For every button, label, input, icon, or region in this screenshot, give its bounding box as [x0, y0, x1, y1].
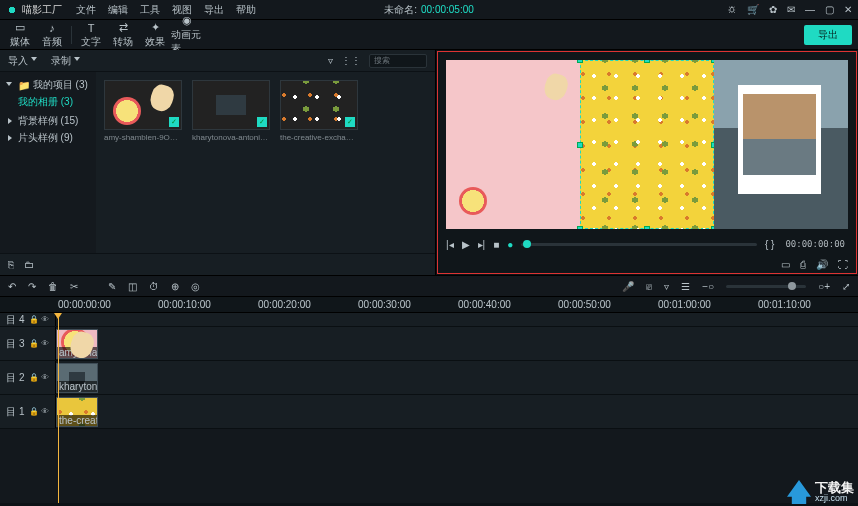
- timeline-clip[interactable]: kharyton: [56, 363, 98, 393]
- delete-button[interactable]: 🗑: [48, 281, 58, 292]
- close-icon[interactable]: ✕: [844, 4, 852, 15]
- redo-button[interactable]: ↷: [28, 281, 36, 292]
- filter-icon[interactable]: ▿: [328, 55, 333, 66]
- preview-layer-3[interactable]: [714, 60, 848, 229]
- record-button[interactable]: 录制: [51, 54, 80, 68]
- tree-item-intro[interactable]: 片头样例 (9): [6, 131, 90, 145]
- menu-help[interactable]: 帮助: [236, 3, 256, 17]
- track-body[interactable]: the-creat: [56, 395, 858, 428]
- tab-media[interactable]: ▭媒体: [4, 21, 36, 49]
- progress-handle[interactable]: [523, 240, 531, 248]
- zoom-in-icon[interactable]: ○+: [818, 281, 830, 292]
- undo-button[interactable]: ↶: [8, 281, 16, 292]
- tree-root[interactable]: 📁 我的项目 (3): [6, 78, 90, 92]
- crop-button[interactable]: ◫: [128, 281, 137, 292]
- play-button[interactable]: ▶: [462, 239, 470, 250]
- zoom-slider[interactable]: [726, 285, 806, 288]
- timeline-clip[interactable]: amy-sham: [56, 329, 98, 359]
- timeline-ruler[interactable]: 00:00:00:00 00:00:10:00 00:00:20:00 00:0…: [0, 297, 858, 313]
- marker-icon[interactable]: ▿: [664, 281, 669, 292]
- track-body[interactable]: [56, 313, 858, 326]
- check-icon: ✓: [257, 117, 267, 127]
- volume-icon[interactable]: 🔊: [816, 259, 828, 270]
- mixer-icon[interactable]: ⎚: [646, 281, 652, 292]
- preview-canvas[interactable]: [446, 60, 848, 229]
- progress-bar[interactable]: [521, 243, 757, 246]
- tab-audio[interactable]: ♪音频: [36, 21, 68, 49]
- track-label: 目 4: [6, 313, 24, 327]
- ruler-tick: 00:01:00:00: [658, 299, 711, 310]
- resize-handle[interactable]: [577, 226, 583, 229]
- tree-item-bg[interactable]: 背景样例 (15): [6, 114, 90, 128]
- split-button[interactable]: ✂: [70, 281, 78, 292]
- notify-icon[interactable]: ✿: [769, 4, 777, 15]
- green-screen-button[interactable]: ◎: [191, 281, 200, 292]
- resize-handle[interactable]: [577, 60, 583, 63]
- track-head[interactable]: 目 1 🔒 👁: [0, 395, 56, 428]
- maximize-icon[interactable]: ▢: [825, 4, 834, 15]
- fit-icon[interactable]: ⤢: [842, 281, 850, 292]
- zoom-handle[interactable]: [788, 282, 796, 290]
- settings-icon[interactable]: ☰: [681, 281, 690, 292]
- menu-tools[interactable]: 工具: [140, 3, 160, 17]
- import-button[interactable]: 导入: [8, 54, 37, 68]
- tab-elements[interactable]: ◉动画元素: [171, 21, 203, 49]
- track-row: 目 2 🔒 👁 kharyton: [0, 361, 858, 395]
- color-button[interactable]: ⊕: [171, 281, 179, 292]
- tree-album[interactable]: 我的相册 (3): [6, 95, 90, 109]
- playhead[interactable]: [58, 313, 59, 503]
- media-item[interactable]: ✓ amy-shamblen-9OR92hI6F: [104, 80, 182, 142]
- edit-button[interactable]: ✎: [108, 281, 116, 292]
- fullscreen-icon[interactable]: ⛶: [838, 259, 848, 270]
- menu-edit[interactable]: 编辑: [108, 3, 128, 17]
- prev-frame-button[interactable]: |◂: [446, 239, 454, 250]
- quality-icon[interactable]: ▭: [781, 259, 790, 270]
- thumbnail-caption: kharytonova-antonina-FC: [192, 133, 270, 142]
- tab-label: 效果: [145, 35, 165, 49]
- track-head[interactable]: 目 3 🔒 👁: [0, 327, 56, 360]
- cart-icon[interactable]: 🛒: [747, 4, 759, 15]
- export-button[interactable]: 导出: [804, 25, 852, 45]
- preview-layer-1[interactable]: [446, 60, 580, 229]
- track-body[interactable]: amy-sham: [56, 327, 858, 360]
- snapshot-icon[interactable]: ⎙: [800, 259, 806, 270]
- menu-file[interactable]: 文件: [76, 3, 96, 17]
- separator: [71, 26, 72, 44]
- timeline-clip[interactable]: the-creat: [56, 397, 98, 427]
- media-item[interactable]: ✓ kharytonova-antonina-FC: [192, 80, 270, 142]
- track-head[interactable]: 目 4 🔒 👁: [0, 313, 56, 326]
- preview-layer-2-selected[interactable]: [580, 60, 714, 229]
- resize-handle[interactable]: [644, 226, 650, 229]
- sort-icon[interactable]: ⋮⋮: [341, 55, 361, 66]
- folder-icon[interactable]: 🗀: [24, 259, 34, 270]
- tree-item-label: 背景样例 (15): [18, 115, 79, 126]
- track-body[interactable]: kharyton: [56, 361, 858, 394]
- preview-timecode: 00:00:00:00: [782, 238, 848, 250]
- tab-effects[interactable]: ✦效果: [139, 21, 171, 49]
- tab-label: 文字: [81, 35, 101, 49]
- ruler-tick: 00:00:50:00: [558, 299, 611, 310]
- search-input[interactable]: 搜索: [369, 54, 427, 68]
- speed-button[interactable]: ⏱: [149, 281, 159, 292]
- new-folder-icon[interactable]: ⎘: [8, 259, 14, 270]
- next-frame-button[interactable]: ▸|: [478, 239, 486, 250]
- mic-icon[interactable]: 🎤: [622, 281, 634, 292]
- mail-icon[interactable]: ✉: [787, 4, 795, 15]
- step-controls[interactable]: { }: [765, 239, 774, 250]
- ruler-tick: 00:01:10:00: [758, 299, 811, 310]
- tab-transition[interactable]: ⇄转场: [107, 21, 139, 49]
- loop-button[interactable]: ●: [507, 239, 513, 250]
- minimize-icon[interactable]: —: [805, 4, 815, 15]
- tab-label: 音频: [42, 35, 62, 49]
- resize-handle[interactable]: [577, 142, 583, 148]
- tab-text[interactable]: T文字: [75, 21, 107, 49]
- account-icon[interactable]: ⛭: [727, 4, 737, 15]
- transport-bar: |◂ ▶ ▸| ■ ● { } 00:00:00:00: [438, 233, 856, 255]
- menu-export[interactable]: 导出: [204, 3, 224, 17]
- zoom-out-icon[interactable]: −○: [702, 281, 714, 292]
- title-duration: 00:00:05:00: [421, 4, 474, 15]
- track-head[interactable]: 目 2 🔒 👁: [0, 361, 56, 394]
- stop-button[interactable]: ■: [493, 239, 499, 250]
- media-item[interactable]: ✓ the-creative-exchange-x: [280, 80, 358, 142]
- resize-handle[interactable]: [644, 60, 650, 63]
